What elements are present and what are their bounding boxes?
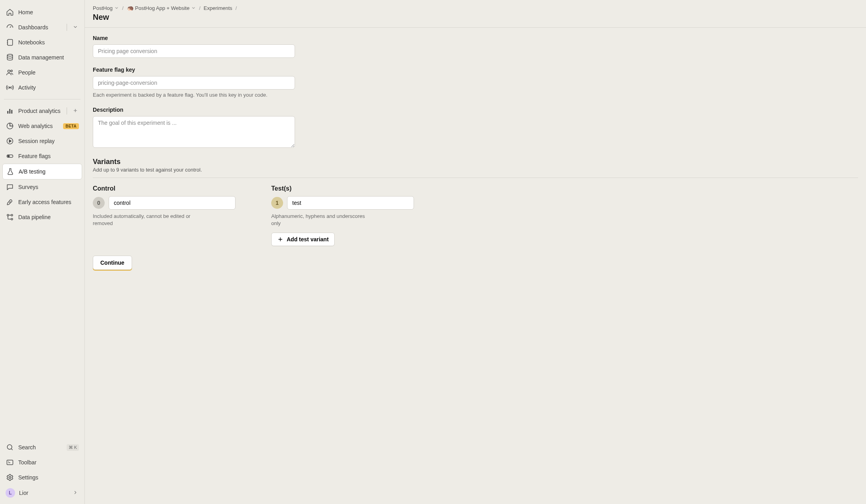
sidebar-item-product-analytics[interactable]: Product analytics — [2, 103, 82, 118]
name-label: Name — [93, 35, 386, 41]
avatar: L — [6, 488, 15, 498]
notebook-icon — [6, 38, 14, 47]
control-column: Control 0 Included automatically, cannot… — [93, 185, 236, 246]
svg-point-16 — [9, 477, 11, 479]
variants-title: Variants — [93, 158, 858, 166]
control-badge: 0 — [93, 197, 105, 209]
sidebar-item-data-management[interactable]: Data management — [2, 50, 82, 65]
sidebar-item-feature-flags[interactable]: Feature flags — [2, 149, 82, 164]
sidebar-item-label: Surveys — [18, 184, 79, 190]
rocket-icon — [6, 198, 14, 206]
test-input[interactable] — [287, 196, 414, 210]
variants-subtitle: Add up to 9 variants to test against you… — [93, 167, 858, 173]
page-title: New — [93, 13, 858, 22]
tests-column: Test(s) 1 Alphanumeric, hyphens and unde… — [271, 185, 414, 246]
chevron-down-icon[interactable] — [73, 24, 79, 31]
crumb-experiments[interactable]: Experiments — [204, 5, 232, 11]
sidebar-item-label: Session replay — [18, 138, 79, 144]
svg-point-10 — [8, 155, 10, 157]
sidebar: Home Dashboards Notebooks Data managemen… — [0, 0, 85, 504]
chevron-down-icon — [191, 6, 196, 10]
sidebar-item-home[interactable]: Home — [2, 5, 82, 20]
sidebar-item-label: Data management — [18, 54, 79, 61]
crumb-posthog[interactable]: PostHog — [93, 5, 119, 11]
sidebar-item-surveys[interactable]: Surveys — [2, 179, 82, 195]
svg-point-11 — [7, 214, 9, 216]
bar-chart-icon — [6, 107, 14, 115]
sidebar-item-data-pipeline[interactable]: Data pipeline — [2, 210, 82, 225]
control-input — [109, 196, 236, 210]
home-icon — [6, 8, 14, 17]
search-icon — [6, 443, 14, 452]
sidebar-item-notebooks[interactable]: Notebooks — [2, 35, 82, 50]
sidebar-item-toolbar[interactable]: Toolbar — [2, 455, 82, 470]
database-icon — [6, 53, 14, 62]
sidebar-item-people[interactable]: People — [2, 65, 82, 80]
replay-icon — [6, 137, 14, 145]
sidebar-item-settings[interactable]: Settings — [2, 470, 82, 485]
sidebar-item-label: Home — [18, 9, 79, 15]
sidebar-item-label: Product analytics — [18, 108, 61, 114]
sidebar-item-session-replay[interactable]: Session replay — [2, 134, 82, 149]
feature-flag-key-input[interactable] — [93, 76, 295, 90]
chevron-down-icon — [114, 6, 119, 10]
control-help: Included automatically, cannot be edited… — [93, 213, 196, 227]
sidebar-item-label: Early access features — [18, 199, 79, 205]
sidebar-item-ab-testing[interactable]: A/B testing — [2, 164, 82, 179]
crumb-project[interactable]: 🦔 PostHog App + Website — [127, 5, 196, 11]
sidebar-item-label: People — [18, 69, 79, 76]
user-name: Lior — [19, 490, 69, 496]
sidebar-item-label: A/B testing — [19, 168, 79, 175]
svg-point-3 — [11, 70, 12, 72]
gear-icon — [6, 473, 14, 482]
search-shortcut: ⌘ K — [67, 444, 79, 451]
description-input[interactable] — [93, 116, 295, 148]
svg-point-13 — [11, 214, 13, 216]
svg-rect-6 — [9, 109, 10, 114]
sidebar-item-user[interactable]: L Lior — [2, 485, 82, 501]
sidebar-item-label: Activity — [18, 84, 79, 91]
continue-button[interactable]: Continue — [93, 256, 132, 270]
content: Name Feature flag key Each experiment is… — [85, 28, 866, 286]
sidebar-item-label: Search — [18, 444, 63, 451]
main: PostHog / 🦔 PostHog App + Website / Expe… — [85, 0, 866, 504]
tests-heading: Test(s) — [271, 185, 414, 192]
sidebar-item-dashboards[interactable]: Dashboards — [2, 20, 82, 35]
gauge-icon — [6, 23, 14, 32]
svg-point-1 — [7, 54, 12, 56]
live-icon — [6, 83, 14, 92]
pipeline-icon — [6, 213, 14, 221]
plus-icon[interactable] — [73, 108, 79, 114]
toolbar-icon — [6, 458, 14, 467]
header: PostHog / 🦔 PostHog App + Website / Expe… — [85, 0, 866, 28]
sidebar-item-web-analytics[interactable]: Web analytics BETA — [2, 118, 82, 134]
plus-icon — [277, 236, 284, 242]
sidebar-item-label: Dashboards — [18, 24, 61, 31]
hedgehog-icon: 🦔 — [127, 5, 134, 11]
sidebar-item-label: Toolbar — [18, 459, 79, 466]
sidebar-item-label: Web analytics — [18, 123, 59, 129]
feature-flag-key-label: Feature flag key — [93, 67, 386, 73]
svg-rect-5 — [7, 111, 8, 114]
svg-point-2 — [8, 70, 10, 73]
svg-point-4 — [9, 87, 10, 88]
feature-flag-key-help: Each experiment is backed by a feature f… — [93, 92, 386, 98]
svg-rect-15 — [7, 460, 13, 465]
beta-badge: BETA — [63, 123, 79, 129]
flask-icon — [6, 167, 15, 176]
pie-chart-icon — [6, 122, 14, 130]
add-test-variant-button[interactable]: Add test variant — [271, 233, 335, 246]
sidebar-item-search[interactable]: Search ⌘ K — [2, 440, 82, 455]
name-input[interactable] — [93, 44, 295, 58]
svg-point-14 — [7, 445, 12, 449]
svg-rect-7 — [11, 110, 12, 114]
chat-icon — [6, 183, 14, 191]
sidebar-item-label: Notebooks — [18, 39, 79, 46]
sidebar-item-early-access[interactable]: Early access features — [2, 195, 82, 210]
svg-point-12 — [11, 218, 13, 220]
people-icon — [6, 68, 14, 77]
sidebar-item-activity[interactable]: Activity — [2, 80, 82, 95]
svg-rect-0 — [8, 40, 13, 46]
toggle-icon — [6, 152, 14, 160]
sidebar-item-label: Feature flags — [18, 153, 79, 159]
